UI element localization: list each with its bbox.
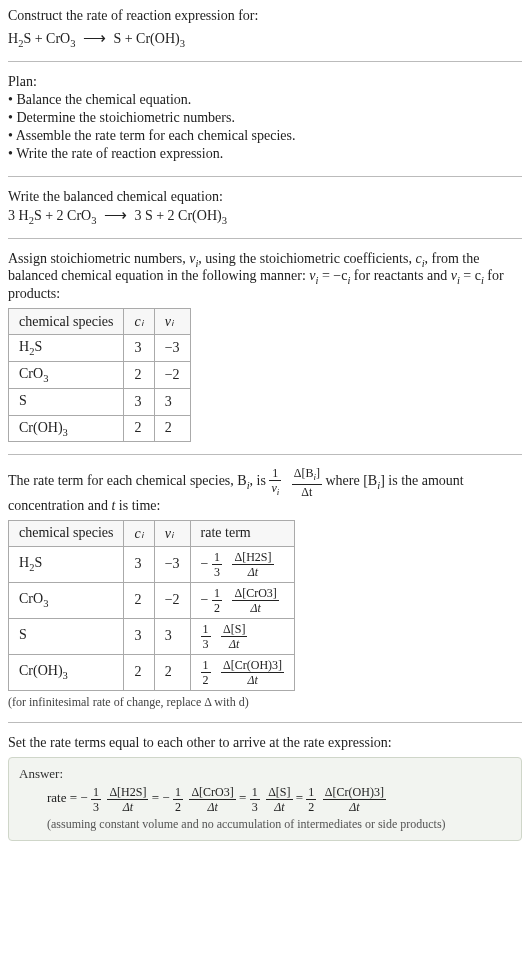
nui-symbol: νᵢ [165, 526, 174, 541]
table-row: CrO3 2 −2 − 12 Δ[CrO3]Δt [9, 582, 295, 618]
arrow-icon: ⟶ [79, 29, 110, 46]
text: for reactants and [350, 268, 450, 283]
delta-frac: Δ[H2S]Δt [107, 786, 148, 813]
sign: − [201, 555, 209, 570]
frac-num: Δ[CrO3] [232, 587, 278, 601]
frac-den: νi [269, 481, 281, 497]
table-row: S 3 3 [9, 388, 191, 415]
table-row: Cr(OH)3 2 2 12 Δ[Cr(OH)3]Δt [9, 654, 295, 690]
frac-den: Δt [221, 637, 247, 650]
nui-symbol: νᵢ [165, 314, 174, 329]
frac-num: 1 [250, 786, 260, 800]
col-ci: cᵢ [124, 520, 154, 546]
text: S [34, 339, 42, 354]
prompt-text: Construct the rate of reaction expressio… [8, 8, 522, 24]
rate-table-note: (for infinitesimal rate of change, repla… [8, 695, 522, 710]
sign: − [201, 591, 209, 606]
text: ] [316, 466, 320, 480]
frac-den: 3 [250, 800, 260, 813]
bal-lhs-2-sub: 3 [91, 215, 96, 226]
coef-frac: 13 [212, 551, 222, 578]
rate-term-cell: 12 Δ[Cr(OH)3]Δt [190, 654, 295, 690]
sign: − [80, 790, 87, 805]
bal-rhs-sub: 3 [222, 215, 227, 226]
eq-lhs-1: H [8, 31, 18, 46]
nui-cell: −2 [154, 361, 190, 388]
text: CrO [19, 366, 43, 381]
table-row: S 3 3 13 Δ[S]Δt [9, 618, 295, 654]
delta-frac: Δ[S]Δt [266, 786, 292, 813]
text: Assign stoichiometric numbers, [8, 251, 189, 266]
text: where [B [326, 474, 378, 489]
text: S [19, 627, 27, 642]
stoich-section: Assign stoichiometric numbers, νi, using… [8, 251, 522, 456]
frac-den: Δt [266, 800, 292, 813]
frac-den: 3 [201, 637, 211, 650]
text: Cr(OH) [19, 663, 63, 678]
bal-lhs-1: 3 H [8, 208, 29, 223]
frac-den: 2 [306, 800, 316, 813]
frac-den: Δt [292, 485, 322, 498]
plan-item: • Determine the stoichiometric numbers. [8, 110, 522, 126]
sub: 3 [63, 670, 68, 681]
ci-cell: 3 [124, 618, 154, 654]
delta-frac: Δ[S]Δt [221, 623, 247, 650]
answer-expression: rate = − 13 Δ[H2S]Δt = − 12 Δ[CrO3]Δt = … [19, 786, 511, 813]
col-ci: cᵢ [124, 309, 154, 335]
col-species: chemical species [9, 520, 124, 546]
species-cell: CrO3 [9, 582, 124, 618]
frac-1-over-nu: 1 νi [269, 467, 281, 497]
frac-num: Δ[H2S] [107, 786, 148, 800]
prompt-section: Construct the rate of reaction expressio… [8, 8, 522, 62]
final-section: Set the rate terms equal to each other t… [8, 735, 522, 853]
table-header-row: chemical species cᵢ νᵢ [9, 309, 191, 335]
ci-cell: 2 [124, 654, 154, 690]
frac-den: Δt [323, 800, 386, 813]
frac-num: 1 [91, 786, 101, 800]
delta-frac: Δ[CrO3]Δt [189, 786, 235, 813]
sub: 3 [43, 598, 48, 609]
plan-item: • Assemble the rate term for each chemic… [8, 128, 522, 144]
ci-cell: 3 [124, 388, 154, 415]
answer-note: (assuming constant volume and no accumul… [19, 817, 511, 832]
plan-item: • Balance the chemical equation. [8, 92, 522, 108]
delta-frac: Δ[Cr(OH)3]Δt [323, 786, 386, 813]
table-row: H2S 3 −3 − 13 Δ[H2S]Δt [9, 546, 295, 582]
text: , using the stoichiometric coefficients, [198, 251, 415, 266]
rate-term-cell: − 12 Δ[CrO3]Δt [190, 582, 295, 618]
frac-den: 3 [212, 565, 222, 578]
rate-term-section: The rate term for each chemical species,… [8, 467, 522, 722]
text: = −c [318, 268, 347, 283]
frac-num: 1 [306, 786, 316, 800]
species-cell: S [9, 388, 124, 415]
answer-box: Answer: rate = − 13 Δ[H2S]Δt = − 12 Δ[Cr… [8, 757, 522, 841]
balanced-equation: 3 H2S + 2 CrO3 ⟶ 3 S + 2 Cr(OH)3 [8, 205, 522, 226]
col-rate-term: rate term [190, 520, 295, 546]
text: , is [250, 474, 270, 489]
rate-term-cell: − 13 Δ[H2S]Δt [190, 546, 295, 582]
eq-rhs-sub: 3 [180, 38, 185, 49]
frac-den: Δt [189, 800, 235, 813]
species-cell: H2S [9, 546, 124, 582]
stoich-table: chemical species cᵢ νᵢ H2S 3 −3 CrO3 2 −… [8, 308, 191, 442]
text: H [19, 339, 29, 354]
unbalanced-equation: H2S + CrO3 ⟶ S + Cr(OH)3 [8, 28, 522, 49]
text: is time: [115, 498, 160, 513]
species-cell: S [9, 618, 124, 654]
nui-cell: −3 [154, 546, 190, 582]
eq-sep: = [239, 790, 250, 805]
stoich-intro: Assign stoichiometric numbers, νi, using… [8, 251, 522, 303]
eq-sep: = [296, 790, 307, 805]
eq-lhs-2: S + CrO [23, 31, 70, 46]
delta-frac: Δ[Cr(OH)3]Δt [221, 659, 284, 686]
nui-cell: 3 [154, 388, 190, 415]
answer-label: Answer: [19, 766, 511, 782]
table-header-row: chemical species cᵢ νᵢ rate term [9, 520, 295, 546]
text: Cr(OH) [19, 420, 63, 435]
rate-term-cell: 13 Δ[S]Δt [190, 618, 295, 654]
ci-symbol: cᵢ [134, 526, 143, 541]
ci-cell: 3 [124, 546, 154, 582]
frac-num: Δ[Cr(OH)3] [323, 786, 386, 800]
delta-frac: Δ[H2S]Δt [232, 551, 273, 578]
sub-i: i [277, 488, 280, 498]
